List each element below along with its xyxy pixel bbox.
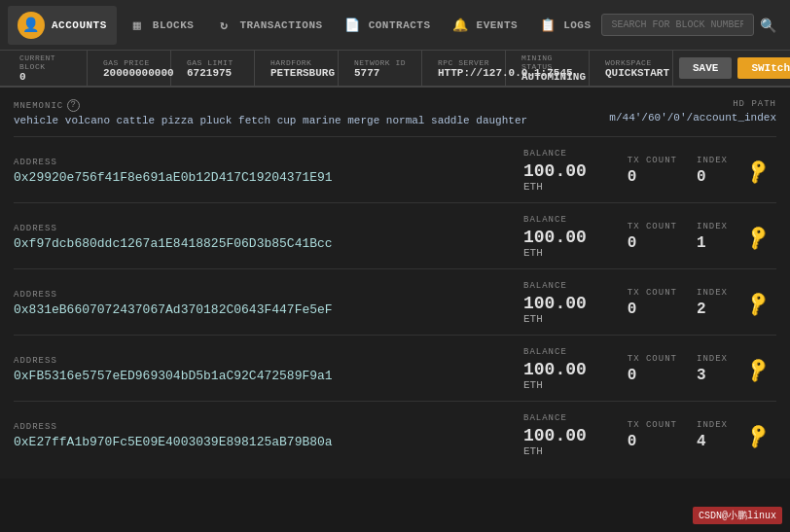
nav-transactions-label: TRANSACTIONS xyxy=(239,19,322,31)
switch-button[interactable]: SWItch xyxy=(737,57,790,79)
tx-count-value: 0 xyxy=(628,168,677,186)
account-counts-section: TX COUNT 0 INDEX 0 🔑 xyxy=(621,156,776,186)
account-row: ADDRESS 0x29920e756f41F8e691aE0b12D417C1… xyxy=(14,136,776,202)
current-block-value: 0 xyxy=(19,71,77,83)
nav-blocks-label: BLOCKS xyxy=(153,19,195,31)
accounts-list: ADDRESS 0x29920e756f41F8e691aE0b12D417C1… xyxy=(14,136,776,467)
mining-status-item: MINING STATUS AUTOMINING xyxy=(512,51,590,86)
network-id-value: 5777 xyxy=(354,67,412,79)
account-balance-section: BALANCE 100.00 ETH xyxy=(514,149,621,193)
account-balance-section: BALANCE 100.00 ETH xyxy=(514,281,621,325)
account-counts-section: TX COUNT 0 INDEX 1 🔑 xyxy=(621,222,776,252)
address-label: ADDRESS xyxy=(14,224,514,233)
mining-status-value: AUTOMINING xyxy=(521,71,579,83)
index-block: INDEX 0 xyxy=(697,156,728,186)
index-label: INDEX xyxy=(697,222,728,231)
hardfork-value: PETERSBURG xyxy=(270,67,328,79)
index-block: INDEX 1 xyxy=(697,222,728,252)
account-address-section: ADDRESS 0x29920e756f41F8e691aE0b12D417C1… xyxy=(14,158,514,185)
nav-accounts-label: ACCOUNTS xyxy=(52,19,107,31)
tx-count-value: 0 xyxy=(628,433,677,450)
nav-logs[interactable]: 📋 LOGS xyxy=(527,9,600,42)
hd-path-label: HD PATH xyxy=(609,99,776,109)
gas-limit-value: 6721975 xyxy=(187,67,244,79)
tx-count-value: 0 xyxy=(628,367,677,384)
hardfork-label: HARDFORK xyxy=(270,58,328,67)
account-balance-section: BALANCE 100.00 ETH xyxy=(514,215,621,259)
sub-toolbar: CURRENT BLOCK 0 GAS PRICE 20000000000 GA… xyxy=(0,51,790,88)
mnemonic-help-icon[interactable]: ? xyxy=(67,99,80,112)
blocks-icon: ▦ xyxy=(126,15,148,36)
nav-logs-label: LOGS xyxy=(563,19,591,31)
nav-transactions[interactable]: ↻ TRANSACTIONS xyxy=(203,9,332,42)
workspace-label: WORKSPACE xyxy=(605,58,663,67)
account-icon: 👤 xyxy=(18,12,45,39)
address-label: ADDRESS xyxy=(14,290,514,300)
mnemonic-label: MNEMONIC ? xyxy=(14,99,609,112)
address-label: ADDRESS xyxy=(14,422,514,432)
current-block-label: CURRENT BLOCK xyxy=(19,53,77,71)
network-id-item: NETWORK ID 5777 xyxy=(344,51,422,86)
address-value: 0xE27ffA1b970Fc5E09E4003039E898125aB79B8… xyxy=(14,435,514,449)
tx-count-label: TX COUNT xyxy=(628,288,677,298)
gas-limit-item: GAS LIMIT 6721975 xyxy=(177,51,255,86)
rpc-server-value: HTTP://127.0.0.1:7545 xyxy=(438,67,495,79)
tx-count-label: TX COUNT xyxy=(628,222,677,231)
index-label: INDEX xyxy=(697,156,728,165)
gas-price-label: GAS PRICE xyxy=(103,58,161,67)
balance-value: 100.00 ETH xyxy=(523,228,611,259)
address-label: ADDRESS xyxy=(14,356,514,366)
key-icon[interactable]: 🔑 xyxy=(743,222,772,251)
tx-count-block: TX COUNT 0 xyxy=(628,420,677,450)
mnemonic-section: MNEMONIC ? vehicle volcano cattle pizza … xyxy=(14,99,609,126)
network-id-label: NETWORK ID xyxy=(354,58,412,67)
save-button[interactable]: SAVE xyxy=(679,57,732,79)
account-counts-section: TX COUNT 0 INDEX 3 🔑 xyxy=(621,354,776,384)
hardfork-item: HARDFORK PETERSBURG xyxy=(261,51,339,86)
address-value: 0xf97dcb680ddc1267a1E8418825F06D3b85C41B… xyxy=(14,236,514,251)
contracts-icon: 📄 xyxy=(342,15,364,36)
rpc-server-label: RPC SERVER xyxy=(438,58,495,67)
account-balance-section: BALANCE 100.00 ETH xyxy=(514,413,621,457)
transactions-icon: ↻ xyxy=(213,15,234,36)
index-block: INDEX 4 xyxy=(697,420,728,450)
balance-value: 100.00 ETH xyxy=(523,360,611,391)
nav-events[interactable]: 🔔 EVENTS xyxy=(441,9,528,42)
search-button[interactable]: 🔍 xyxy=(754,14,782,37)
balance-value: 100.00 ETH xyxy=(523,161,611,193)
index-block: INDEX 2 xyxy=(697,288,728,318)
main-content: MNEMONIC ? vehicle volcano cattle pizza … xyxy=(0,88,790,479)
nav-contracts[interactable]: 📄 CONTRACTS xyxy=(333,9,441,42)
account-address-section: ADDRESS 0xE27ffA1b970Fc5E09E4003039E8981… xyxy=(14,422,514,449)
balance-label: BALANCE xyxy=(523,347,611,357)
balance-value: 100.00 ETH xyxy=(523,426,611,457)
workspace-item: WORKSPACE QUICKSTART xyxy=(595,51,673,86)
account-row: ADDRESS 0x831eB6607072437067Ad370182C064… xyxy=(14,268,776,335)
balance-label: BALANCE xyxy=(523,149,611,159)
index-label: INDEX xyxy=(697,354,728,364)
gas-limit-label: GAS LIMIT xyxy=(187,58,244,67)
key-icon[interactable]: 🔑 xyxy=(743,354,772,383)
watermark: CSDN@小鹏linux xyxy=(693,507,782,524)
events-icon: 🔔 xyxy=(450,15,472,36)
search-input[interactable] xyxy=(601,14,754,36)
nav-blocks[interactable]: ▦ BLOCKS xyxy=(117,9,204,42)
tx-count-block: TX COUNT 0 xyxy=(628,156,677,186)
key-icon[interactable]: 🔑 xyxy=(743,288,772,317)
account-address-section: ADDRESS 0x831eB6607072437067Ad370182C064… xyxy=(14,290,514,317)
nav-accounts[interactable]: 👤 ACCOUNTS xyxy=(8,6,117,45)
hd-path-value: m/44'/60'/0'/account_index xyxy=(609,112,776,124)
tx-count-label: TX COUNT xyxy=(628,420,677,430)
account-row: ADDRESS 0xE27ffA1b970Fc5E09E4003039E8981… xyxy=(14,401,776,467)
key-icon[interactable]: 🔑 xyxy=(743,156,772,185)
index-value: 3 xyxy=(697,367,728,384)
nav-contracts-label: CONTRACTS xyxy=(369,19,431,31)
key-icon[interactable]: 🔑 xyxy=(743,420,772,449)
gas-price-value: 20000000000 xyxy=(103,67,161,79)
index-value: 4 xyxy=(697,433,728,450)
mnemonic-value: vehicle volcano cattle pizza pluck fetch… xyxy=(14,115,609,126)
nav-events-label: EVENTS xyxy=(477,19,519,31)
account-row: ADDRESS 0xFB5316e5757eED969304bD5b1aC92C… xyxy=(14,335,776,401)
top-nav: 👤 ACCOUNTS ▦ BLOCKS ↻ TRANSACTIONS 📄 CON… xyxy=(0,0,790,51)
index-label: INDEX xyxy=(697,420,728,430)
